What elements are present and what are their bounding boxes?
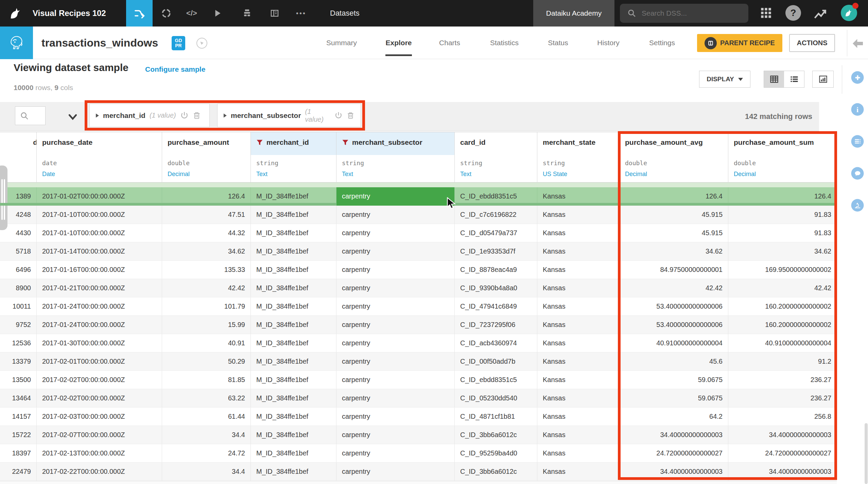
cell-purchase_amount_avg[interactable]: 45.915 (619, 224, 728, 242)
cell-merchant_state[interactable]: Kansas (537, 261, 619, 279)
configure-sample-link[interactable]: Configure sample (145, 65, 205, 73)
cell-merchant_subsector[interactable]: carpentry (336, 316, 454, 334)
column-header-purchase_date[interactable]: purchase_datedateDate (36, 132, 162, 182)
table-view-button[interactable] (764, 71, 784, 87)
cell-merchant_subsector[interactable]: carpentry (336, 352, 454, 370)
chevron-down-icon[interactable] (68, 112, 77, 122)
cell-purchase_amount_avg[interactable]: 40.910000000000004 (619, 334, 728, 352)
left-panel-handle[interactable] (0, 166, 7, 230)
table-row[interactable]: 44302017-01-10T00:00:00.000Z44.32M_ID_38… (0, 224, 837, 242)
cell-purchase_amount[interactable]: 63.22 (162, 389, 250, 407)
cell-purchase_amount[interactable]: 42.42 (162, 279, 250, 297)
cell-purchase_amount_avg[interactable]: 34.40000000000003 (619, 426, 728, 444)
display-dropdown[interactable]: DISPLAY (699, 71, 750, 88)
cell-card_id[interactable]: C_ID_7237295f06 (454, 316, 537, 334)
cell-card_id[interactable]: C_ID_8878eac4a9 (454, 261, 537, 279)
cell-d[interactable]: 14157 (0, 408, 36, 426)
cell-purchase_amount_avg[interactable]: 42.42 (619, 279, 728, 297)
cell-purchase_date[interactable]: 2017-01-10T00:00:00.000Z (36, 206, 162, 224)
cell-merchant_id[interactable]: M_ID_384ffe1bef (250, 316, 336, 334)
cell-purchase_amount_sum[interactable]: 160.20000000000002 (728, 297, 837, 315)
cell-purchase_amount_sum[interactable]: 24.720000000000027 (728, 444, 837, 462)
cell-purchase_amount_sum[interactable]: 34.40000000000003 (728, 426, 837, 444)
cell-merchant_state[interactable]: Kansas (537, 297, 619, 315)
code-icon[interactable]: </> (184, 0, 199, 27)
dataiku-logo-icon[interactable] (8, 5, 24, 21)
cell-purchase_amount[interactable]: 15.99 (162, 316, 250, 334)
jobs-icon[interactable] (240, 0, 255, 27)
table-row[interactable]: 100112017-01-24T00:00:00.000Z101.79M_ID_… (0, 297, 837, 316)
cell-purchase_amount_avg[interactable]: 45.6 (619, 352, 728, 370)
cell-purchase_amount_avg[interactable]: 59.0675 (619, 371, 728, 389)
cell-purchase_amount[interactable]: 81.85 (162, 371, 250, 389)
cell-merchant_id[interactable]: M_ID_384ffe1bef (250, 444, 336, 462)
cell-card_id[interactable]: C_ID_d05479a737 (454, 224, 537, 242)
cell-merchant_id[interactable]: M_ID_384ffe1bef (250, 426, 336, 444)
cell-card_id[interactable]: C_ID_00f50add7b (454, 352, 537, 370)
table-row[interactable]: 224792017-02-22T00:00:00.000Z34.4M_ID_38… (0, 463, 837, 481)
cell-merchant_subsector[interactable]: carpentry (336, 206, 454, 224)
add-button[interactable] (851, 71, 864, 84)
cell-d[interactable]: 13464 (0, 389, 36, 407)
search-input[interactable] (641, 9, 734, 18)
table-row[interactable]: 134642017-02-02T00:00:00.000Z63.22M_ID_3… (0, 389, 837, 408)
cell-merchant_id[interactable]: M_ID_384ffe1bef (250, 279, 336, 297)
cell-card_id[interactable]: C_ID_47941c6849 (454, 297, 537, 315)
cell-merchant_id[interactable]: M_ID_384ffe1bef (250, 463, 336, 481)
tab-charts[interactable]: Charts (439, 27, 460, 59)
cell-purchase_amount_avg[interactable]: 34.40000000000003 (619, 463, 728, 481)
details-button[interactable] (851, 135, 864, 148)
tab-status[interactable]: Status (548, 27, 568, 59)
flow-icon[interactable] (126, 0, 153, 27)
cell-purchase_amount_avg[interactable]: 53.400000000000006 (619, 316, 728, 334)
cell-d[interactable]: 6496 (0, 261, 36, 279)
cell-purchase_amount_sum[interactable]: 91.83 (728, 224, 837, 242)
cell-purchase_date[interactable]: 2017-01-10T00:00:00.000Z (36, 224, 162, 242)
cell-card_id[interactable]: C_ID_4871cf1b81 (454, 408, 537, 426)
help-icon[interactable]: ? (785, 5, 801, 21)
cell-merchant_subsector[interactable]: carpentry (336, 334, 454, 352)
cell-purchase_amount_sum[interactable]: 256.8 (728, 408, 837, 426)
cell-purchase_amount_sum[interactable]: 42.42 (728, 279, 837, 297)
cell-purchase_amount[interactable]: 40.91 (162, 334, 250, 352)
cell-purchase_amount_avg[interactable]: 59.0675 (619, 389, 728, 407)
comments-button[interactable] (851, 167, 864, 180)
cell-purchase_amount[interactable]: 44.32 (162, 224, 250, 242)
trash-icon[interactable] (193, 111, 201, 120)
column-meaning[interactable]: Decimal (625, 171, 647, 178)
datasets-menu[interactable]: Datasets (330, 0, 360, 27)
power-icon[interactable] (334, 111, 343, 120)
cell-d[interactable]: 18397 (0, 444, 36, 462)
cell-purchase_amount_sum[interactable]: 160.20000000000002 (728, 316, 837, 334)
cell-d[interactable]: 5718 (0, 242, 36, 260)
cell-purchase_amount_avg[interactable]: 24.720000000000027 (619, 444, 728, 462)
cell-purchase_amount[interactable]: 34.4 (162, 463, 250, 481)
cell-purchase_amount_avg[interactable]: 53.400000000000006 (619, 297, 728, 315)
cell-purchase_amount[interactable]: 61.44 (162, 408, 250, 426)
filter-chip-merchant_id[interactable]: merchant_id(1 value) (89, 104, 210, 127)
table-row[interactable]: 97522017-01-24T00:00:00.000Z15.99M_ID_38… (0, 316, 837, 334)
cell-card_id[interactable]: C_ID_9390b4a8a0 (454, 279, 537, 297)
column-meaning[interactable]: Decimal (734, 171, 756, 178)
cell-merchant_subsector[interactable]: carpentry (336, 187, 454, 206)
cell-merchant_state[interactable]: Kansas (537, 371, 619, 389)
table-search-box[interactable] (15, 106, 46, 125)
run-icon[interactable] (210, 0, 225, 27)
cell-merchant_id[interactable]: M_ID_384ffe1bef (250, 206, 336, 224)
tab-summary[interactable]: Summary (326, 27, 357, 59)
cell-merchant_id[interactable]: M_ID_384ffe1bef (250, 334, 336, 352)
cell-purchase_amount_sum[interactable]: 236.27 (728, 389, 837, 407)
cell-d[interactable]: 13379 (0, 352, 36, 370)
cell-merchant_state[interactable]: Kansas (537, 242, 619, 260)
cell-merchant_subsector[interactable]: carpentry (336, 242, 454, 260)
cell-merchant_id[interactable]: M_ID_384ffe1bef (250, 224, 336, 242)
column-header-card_id[interactable]: card_idstringText (454, 132, 537, 182)
cell-card_id[interactable]: C_ID_c7c6196822 (454, 206, 537, 224)
cell-merchant_subsector[interactable]: carpentry (336, 261, 454, 279)
cell-merchant_state[interactable]: Kansas (537, 444, 619, 462)
table-row[interactable]: 183972017-02-13T00:00:00.000Z24.72M_ID_3… (0, 444, 837, 463)
column-meaning[interactable]: Decimal (168, 171, 190, 178)
cell-merchant_id[interactable]: M_ID_384ffe1bef (250, 352, 336, 370)
cell-d[interactable]: 15722 (0, 426, 36, 444)
cell-purchase_amount[interactable]: 34.4 (162, 426, 250, 444)
